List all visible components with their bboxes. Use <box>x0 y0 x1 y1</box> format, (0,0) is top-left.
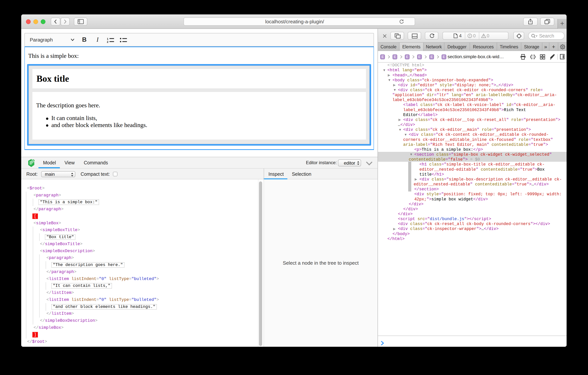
svg-text:2: 2 <box>107 40 108 43</box>
svg-text:1: 1 <box>107 37 108 40</box>
svg-text:5: 5 <box>32 159 34 162</box>
